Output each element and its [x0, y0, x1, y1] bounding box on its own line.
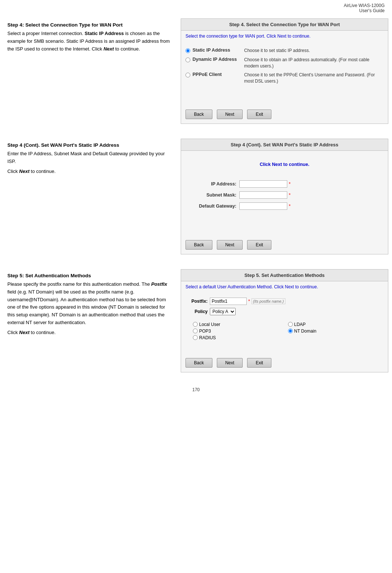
step4-label-dynamic: Dynamic IP Address	[192, 57, 244, 62]
step4-exit-button[interactable]: Exit	[247, 110, 271, 119]
step4-next-button[interactable]: Next	[217, 110, 243, 119]
step4cont-paragraph2: Click Next to continue.	[7, 168, 173, 176]
step4cont-panel: Step 4 (Cont). Set WAN Port's Static IP …	[181, 139, 388, 254]
step5-label-radius: RADIUS	[199, 335, 216, 340]
step4cont-paragraph1: Enter the IP Address, Subnet Mask and De…	[7, 150, 173, 166]
step5-auth-pop3: POP3	[193, 329, 284, 334]
step4-paragraph: Select a proper Internet connection. Sta…	[7, 30, 173, 53]
step5-back-button[interactable]: Back	[185, 358, 212, 368]
step5-section: Step 5: Set Authentication Methods Pleas…	[4, 265, 388, 376]
page-header: AirLive WIAS-1200G User's Guide	[0, 0, 392, 15]
step5-radio-nt-domain[interactable]	[288, 329, 293, 333]
page-number: 170	[192, 387, 200, 392]
step5-button-row: Back Next Exit	[181, 354, 388, 372]
step4cont-exit-button[interactable]: Exit	[247, 240, 271, 250]
step5-title: Step 5: Set Authentication Methods	[7, 273, 173, 278]
step4-option-pppoe: PPPoE Client Choose it to set the PPPoE …	[185, 72, 384, 84]
step5-auth-ldap: LDAP	[288, 322, 379, 327]
step5-radio-ldap[interactable]	[288, 322, 293, 327]
step4-panel: Step 4. Select the Connection Type for W…	[181, 18, 388, 124]
step4cont-ip-label: IP Address:	[188, 181, 236, 187]
step4cont-click-next: Click Next to continue.	[181, 158, 388, 169]
step5-policy-select[interactable]: Policy A Policy B	[210, 308, 236, 315]
page-footer: 170	[0, 383, 392, 400]
step5-paragraph: Please specify the postfix name for this…	[7, 281, 173, 327]
step5-postfix-input[interactable]	[210, 298, 247, 305]
step4cont-title: Step 4 (Cont). Set WAN Port's Static IP …	[7, 142, 173, 148]
step5-auth-local-user: Local User	[193, 322, 284, 327]
step4cont-subnet-label: Subnet Mask:	[188, 192, 236, 198]
step5-label-ldap: LDAP	[294, 322, 306, 327]
step5-panel: Step 5. Set Authentication Methods Selec…	[181, 269, 388, 372]
step5-paragraph2: Click Next to continue.	[7, 329, 173, 337]
step4-radio-pppoe[interactable]	[185, 73, 190, 77]
step5-policy-label: Policy	[185, 309, 208, 314]
step4cont-ip-row: IP Address: *	[181, 180, 388, 188]
step5-left-text: Step 5: Set Authentication Methods Pleas…	[4, 269, 181, 372]
step5-postfix-required: *	[248, 298, 250, 304]
step4cont-ip-input[interactable]	[239, 180, 287, 188]
step4-radio-static[interactable]	[185, 48, 190, 53]
step4-section: Step 4: Select the Connection Type for W…	[4, 15, 388, 128]
step5-radio-local-user[interactable]	[193, 322, 198, 327]
step4-panel-subtitle: Select the connection type for WAN port.…	[181, 31, 388, 42]
step4-desc-dynamic: Choose it to obtain an IP address automa…	[244, 57, 384, 69]
step4-back-button[interactable]: Back	[185, 110, 212, 119]
header-line2: User's Guide	[359, 8, 385, 13]
step5-auth-radio-grid: Local User LDAP POP3 NT Domain	[193, 322, 379, 340]
step4cont-ip-required: *	[289, 181, 291, 187]
step5-next-button[interactable]: Next	[217, 358, 243, 368]
step4cont-subnet-required: *	[289, 192, 291, 198]
step5-postfix-hint: (Its postfix name.)	[251, 298, 285, 304]
step5-postfix-label: Postfix:	[185, 299, 208, 304]
step4cont-gateway-input[interactable]	[239, 202, 287, 210]
step4cont-gateway-row: Default Gateway: *	[181, 202, 388, 210]
step4cont-subnet-input[interactable]	[239, 191, 287, 199]
step4cont-button-row: Back Next Exit	[181, 236, 388, 254]
step4-left-text: Step 4: Select the Connection Type for W…	[4, 18, 181, 124]
step4cont-section: Step 4 (Cont). Set WAN Port's Static IP …	[4, 135, 388, 258]
step5-auth-section: Postfix: * (Its postfix name.) Policy Po…	[181, 292, 388, 346]
step4cont-gateway-label: Default Gateway:	[188, 204, 236, 209]
step4cont-panel-title: Step 4 (Cont). Set WAN Port's Static IP …	[181, 139, 388, 151]
step5-label-nt-domain: NT Domain	[294, 329, 316, 334]
step4cont-subnet-row: Subnet Mask: *	[181, 191, 388, 199]
step5-policy-row: Policy Policy A Policy B	[185, 308, 384, 315]
step4-option-static: Static IP Address Choose it to set stati…	[185, 48, 384, 54]
step4-panel-body: Static IP Address Choose it to set stati…	[181, 42, 388, 90]
step4cont-back-button[interactable]: Back	[185, 240, 212, 250]
step5-radio-pop3[interactable]	[193, 329, 198, 333]
step5-auth-nt-domain: NT Domain	[288, 329, 379, 334]
step5-panel-title: Step 5. Set Authentication Methods	[181, 270, 388, 281]
step4-radio-dynamic[interactable]	[185, 58, 190, 62]
step4cont-gateway-required: *	[289, 203, 291, 209]
step5-panel-subtitle: Select a default User Authentication Met…	[181, 281, 388, 292]
step5-exit-button[interactable]: Exit	[247, 358, 271, 368]
step5-postfix-row: Postfix: * (Its postfix name.)	[185, 298, 384, 305]
step5-auth-options: Local User LDAP POP3 NT Domain	[185, 317, 384, 344]
step4-desc-static: Choose it to set static IP address.	[244, 48, 310, 54]
step4cont-left-text: Step 4 (Cont). Set WAN Port's Static IP …	[4, 139, 181, 254]
step5-auth-radius: RADIUS	[193, 335, 284, 340]
step4-title: Step 4: Select the Connection Type for W…	[7, 22, 173, 28]
step5-label-pop3: POP3	[199, 329, 211, 334]
step4cont-next-button[interactable]: Next	[217, 240, 243, 250]
step4-button-row: Back Next Exit	[181, 105, 388, 124]
step4-option-dynamic: Dynamic IP Address Choose it to obtain a…	[185, 57, 384, 69]
step4-desc-pppoe: Choose it to set the PPPoE Client's User…	[244, 72, 384, 84]
step5-label-local-user: Local User	[199, 322, 220, 327]
step4-label-static: Static IP Address	[192, 48, 244, 53]
step4-label-pppoe: PPPoE Client	[192, 72, 244, 77]
step5-radio-radius[interactable]	[193, 335, 198, 340]
header-line1: AirLive WIAS-1200G	[344, 3, 385, 8]
step4-panel-title: Step 4. Select the Connection Type for W…	[181, 19, 388, 31]
